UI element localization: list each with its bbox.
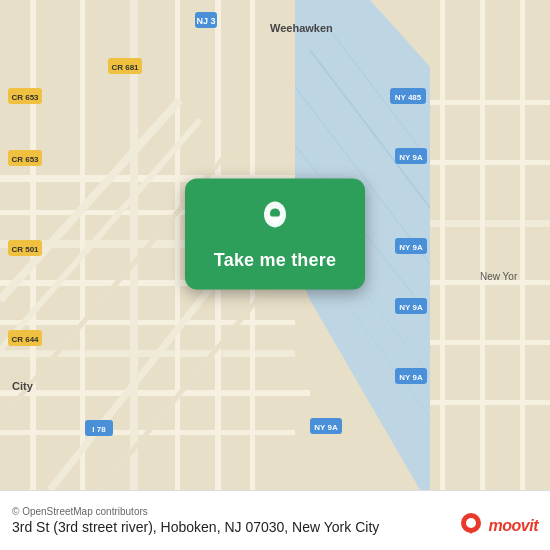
- svg-text:CR 653: CR 653: [11, 93, 39, 102]
- svg-text:Weehawken: Weehawken: [270, 22, 333, 34]
- svg-rect-33: [430, 340, 550, 345]
- svg-text:New Yor: New Yor: [480, 271, 518, 282]
- svg-text:NY 9A: NY 9A: [399, 243, 423, 252]
- svg-rect-31: [430, 220, 550, 227]
- svg-text:NY 485: NY 485: [395, 93, 422, 102]
- svg-text:CR 653: CR 653: [11, 155, 39, 164]
- moovit-text: moovit: [489, 517, 538, 535]
- map-container: NJ 3 CR 653 CR 681 CR 653 CR 501 CR 644 …: [0, 0, 550, 490]
- svg-text:CR 501: CR 501: [11, 245, 39, 254]
- location-card: Take me there: [185, 178, 365, 289]
- svg-text:NY 9A: NY 9A: [399, 153, 423, 162]
- svg-rect-30: [430, 160, 550, 165]
- svg-rect-20: [175, 0, 180, 490]
- moovit-logo: moovit: [457, 512, 538, 540]
- svg-rect-15: [0, 390, 310, 396]
- svg-text:NY 9A: NY 9A: [399, 373, 423, 382]
- svg-text:City: City: [12, 380, 34, 392]
- svg-rect-29: [430, 100, 550, 105]
- svg-text:NY 9A: NY 9A: [314, 423, 338, 432]
- svg-text:NY 9A: NY 9A: [399, 303, 423, 312]
- svg-text:CR 681: CR 681: [111, 63, 139, 72]
- svg-rect-28: [430, 0, 550, 490]
- take-me-there-button[interactable]: Take me there: [214, 250, 336, 271]
- svg-point-72: [466, 518, 476, 528]
- svg-rect-34: [430, 400, 550, 405]
- svg-rect-37: [520, 0, 525, 490]
- location-pin-icon: [253, 196, 297, 240]
- svg-rect-36: [480, 0, 485, 490]
- svg-text:CR 644: CR 644: [11, 335, 39, 344]
- moovit-brand-icon: [457, 512, 485, 540]
- svg-text:I 78: I 78: [92, 425, 106, 434]
- svg-rect-18: [80, 0, 85, 490]
- svg-text:NJ 3: NJ 3: [196, 16, 215, 26]
- svg-rect-35: [440, 0, 445, 490]
